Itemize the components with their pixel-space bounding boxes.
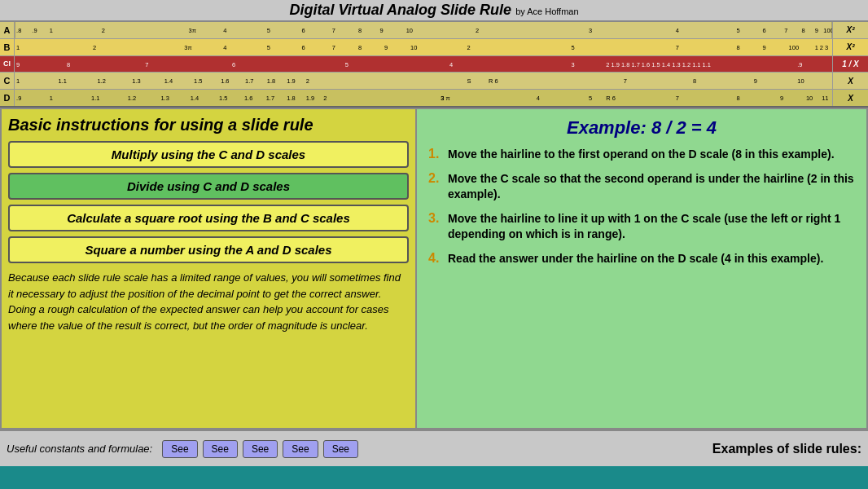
svg-text:1.1: 1.1	[58, 77, 66, 85]
svg-text:.9: .9	[797, 61, 802, 68]
svg-text:7: 7	[332, 44, 335, 51]
svg-text:5: 5	[267, 27, 270, 34]
svg-text:4: 4	[449, 61, 453, 68]
svg-text:7: 7	[624, 77, 627, 85]
svg-text:10: 10	[806, 95, 813, 102]
header-author: by Ace Hoffman	[515, 7, 578, 16]
svg-text:8: 8	[737, 44, 740, 51]
svg-text:2: 2	[467, 44, 470, 51]
scale-content-a: .8 .9 1 2 3π 4 5 6 7 8 9 10 2 3 4 5 6 7 …	[15, 22, 832, 38]
svg-text:8: 8	[358, 27, 362, 34]
svg-text:4: 4	[223, 27, 226, 34]
scale-content-d: .9 1 1.1 1.2 1.3 1.4 1.5 1.6 1.7 1.8 1.9…	[15, 90, 832, 106]
step-2-num: 2.	[428, 171, 443, 186]
svg-text:10: 10	[410, 44, 417, 51]
svg-text:9: 9	[780, 95, 783, 102]
header-title: Digital Virtual Analog Slide Rule	[289, 2, 511, 18]
slide-rule: A .8 .9 1 2 3π 4 5 6 7 8 9 10 2 3 4 5 6	[0, 22, 868, 108]
svg-text:1.4: 1.4	[164, 77, 173, 85]
see-btn-4[interactable]: See	[283, 440, 318, 458]
svg-text:1.2: 1.2	[97, 77, 105, 85]
right-panel-title: Example: 8 / 2 = 4	[428, 117, 855, 139]
svg-text:9: 9	[16, 61, 20, 68]
svg-text:1.3: 1.3	[160, 95, 169, 102]
svg-text:.9: .9	[16, 95, 21, 102]
svg-text:5: 5	[267, 44, 270, 51]
svg-text:10: 10	[406, 27, 413, 34]
svg-text:1.4: 1.4	[191, 95, 199, 102]
svg-text:3π: 3π	[189, 27, 196, 34]
svg-text:7: 7	[676, 95, 679, 102]
svg-text:5: 5	[345, 61, 349, 68]
svg-text:9: 9	[763, 44, 766, 51]
svg-text:1.7: 1.7	[245, 77, 253, 85]
svg-text:5: 5	[572, 44, 575, 51]
svg-text:4: 4	[537, 95, 540, 102]
scale-row-a: A .8 .9 1 2 3π 4 5 6 7 8 9 10 2 3 4 5 6	[0, 22, 868, 39]
scale-label-ci: CI	[0, 56, 15, 73]
btn-square[interactable]: Square a number using the A and D scales	[8, 236, 409, 263]
step-4-text: Read the answer under the hairline on th…	[448, 251, 823, 267]
svg-text:2: 2	[306, 77, 309, 85]
scale-right-label-ci: 1 / X	[832, 56, 868, 73]
btn-sqrt[interactable]: Calculate a square root using the B and …	[8, 205, 409, 231]
svg-text:3    π: 3 π	[441, 95, 449, 102]
svg-text:10: 10	[797, 77, 804, 85]
main-content: Basic instructions for using a slide rul…	[0, 108, 868, 430]
svg-text:7: 7	[332, 27, 335, 34]
step-3-text: Move the hairline to line it up with 1 o…	[448, 211, 855, 243]
svg-text:4: 4	[223, 44, 226, 51]
svg-text:1.5: 1.5	[219, 95, 227, 102]
svg-text:1.3: 1.3	[132, 77, 140, 85]
svg-text:R 6: R 6	[489, 77, 498, 85]
see-btn-3[interactable]: See	[243, 440, 278, 458]
scale-row-b: B 1 2 3π 4 5 6 7 8 9 10 2 5 7 8 9 100 1 …	[0, 39, 868, 56]
left-panel: Basic instructions for using a slide rul…	[2, 109, 417, 428]
svg-text:1.9: 1.9	[306, 95, 314, 102]
svg-text:R 6: R 6	[606, 95, 616, 102]
svg-text:8: 8	[358, 44, 362, 51]
svg-text:7: 7	[676, 44, 679, 51]
step-1-num: 1.	[428, 147, 443, 161]
see-btn-1[interactable]: See	[162, 440, 197, 458]
svg-text:9: 9	[815, 27, 818, 34]
svg-text:4: 4	[676, 27, 679, 34]
btn-divide[interactable]: Divide using C and D scales	[8, 173, 409, 200]
step-4: 4. Read the answer under the hairline on…	[428, 251, 855, 267]
bottom-bar: Useful constants and formulae: See See S…	[0, 430, 868, 466]
svg-text:8: 8	[737, 95, 740, 102]
svg-text:1: 1	[16, 44, 20, 51]
svg-text:3: 3	[572, 61, 575, 68]
svg-text:6: 6	[232, 61, 235, 68]
svg-text:7: 7	[784, 27, 787, 34]
svg-text:1.9: 1.9	[287, 77, 295, 85]
scale-label-d: D	[0, 90, 15, 106]
left-panel-title: Basic instructions for using a slide rul…	[8, 116, 409, 134]
svg-text:1: 1	[50, 95, 53, 102]
scale-row-ci: CI 9 8 7 6 5 4 3 2 1.9 1.8 1.7 1.6 1.5 1…	[0, 56, 868, 73]
scale-row-d: D .9 1 1.1 1.2 1.3 1.4 1.5 1.6 1.7 1.8 1…	[0, 90, 868, 106]
scale-content-c: 1 1.1 1.2 1.3 1.4 1.5 1.6 1.7 1.8 1.9 2 …	[15, 73, 832, 89]
svg-text:6: 6	[301, 44, 305, 51]
see-btn-2[interactable]: See	[203, 440, 238, 458]
svg-text:1 2 3: 1 2 3	[815, 44, 829, 51]
scale-label-a: A	[0, 22, 15, 38]
step-2-text: Move the C scale so that the second oper…	[448, 171, 855, 203]
svg-text:2: 2	[102, 27, 105, 34]
see-btn-5[interactable]: See	[323, 440, 358, 458]
scale-right-label-d: X	[832, 90, 868, 106]
step-4-num: 4.	[428, 251, 443, 266]
svg-text:1: 1	[16, 77, 20, 85]
svg-text:.9: .9	[32, 27, 37, 34]
svg-text:S: S	[467, 77, 471, 85]
bottom-label: Useful constants and formulae:	[7, 443, 157, 455]
svg-text:5: 5	[737, 27, 740, 34]
svg-text:11: 11	[822, 95, 828, 102]
scale-label-b: B	[0, 39, 15, 55]
svg-text:8: 8	[67, 61, 70, 68]
svg-text:1.6: 1.6	[244, 95, 252, 102]
btn-multiply[interactable]: Multiply using the C and D scales	[8, 141, 409, 168]
svg-text:1.8: 1.8	[287, 95, 295, 102]
step-3-num: 3.	[428, 211, 443, 226]
svg-text:5: 5	[589, 95, 592, 102]
